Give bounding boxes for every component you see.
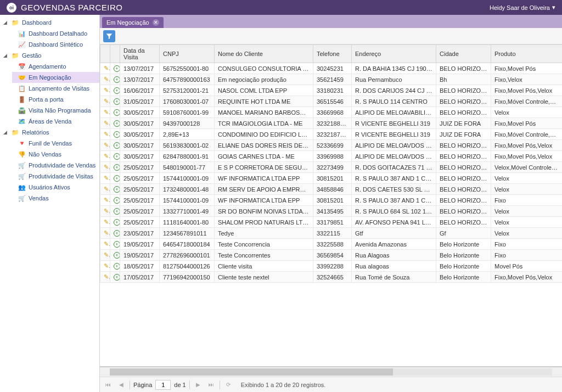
table-row[interactable]: ✎+25/05/201711181640001-80SHALOM PROD NA… [100, 217, 563, 228]
sidebar-item-dashboard[interactable]: ◢ 📁 Dashboard [0, 17, 99, 28]
sidebar-item-dashboard-detalhado[interactable]: 📊 Dashboard Detalhado [12, 28, 99, 39]
edit-icon[interactable]: ✎ [104, 219, 110, 225]
add-icon[interactable]: + [114, 65, 120, 72]
scrollbar-thumb[interactable] [110, 368, 393, 376]
add-icon[interactable]: + [114, 164, 120, 171]
collapse-icon[interactable]: ◢ [3, 20, 9, 25]
next-page-button[interactable]: ▶ [193, 380, 203, 390]
table-row[interactable]: ✎+25/05/201713327710001-49SR DO BONFIM N… [100, 206, 563, 217]
table-row[interactable]: ✎+13/07/201756752550001-80CONSULGEO CONS… [100, 63, 563, 74]
table-row[interactable]: ✎+25/05/201715744100001-09WF INFORMATICA… [100, 173, 563, 184]
col-data-visita[interactable]: Data da Visita [120, 45, 160, 63]
sidebar-item-lancamento[interactable]: 📋 Lançamento de Visitas [12, 83, 99, 94]
add-icon[interactable]: + [114, 186, 120, 193]
edit-icon[interactable]: ✎ [104, 98, 110, 104]
add-icon[interactable]: + [114, 76, 120, 83]
col-nome[interactable]: Nome do Cliente [215, 45, 313, 63]
table-row[interactable]: ✎+30/05/201762847880001-91GOIAS CARNES L… [100, 151, 563, 162]
refresh-button[interactable]: ⟳ [223, 380, 233, 390]
add-icon[interactable]: + [114, 175, 120, 182]
add-icon[interactable]: + [114, 208, 120, 215]
edit-icon[interactable]: ✎ [104, 142, 110, 148]
table-row[interactable]: ✎+18/05/201781275044000126Cliente visita… [100, 261, 563, 272]
sidebar-item-porta[interactable]: 🚪 Porta a porta [12, 94, 99, 105]
table-row[interactable]: ✎+16/06/201752753120001-21NASOL COML LTD… [100, 85, 563, 96]
table-row[interactable]: ✎+19/05/201764654718000184Teste Concorre… [100, 239, 563, 250]
collapse-icon[interactable]: ◢ [3, 53, 9, 58]
edit-icon[interactable]: ✎ [104, 76, 110, 82]
edit-icon[interactable]: ✎ [104, 153, 110, 159]
edit-icon[interactable]: ✎ [104, 65, 110, 71]
table-row[interactable]: ✎+30/05/201759108760001-99MANOEL MARIANO… [100, 107, 563, 118]
sidebar-item-dashboard-sintetico[interactable]: 📈 Dashboard Sintético [12, 39, 99, 50]
edit-icon[interactable]: ✎ [104, 240, 110, 247]
sidebar-item-vendas[interactable]: 🛒 Vendas [12, 193, 99, 204]
table-row[interactable]: ✎+25/05/20175480190001-77E S P CORRETORA… [100, 162, 563, 173]
edit-icon[interactable]: ✎ [104, 120, 110, 126]
horizontal-scrollbar[interactable] [100, 367, 562, 377]
grid-scroll[interactable]: Data da Visita CNPJ Nome do Cliente Tele… [100, 44, 562, 367]
add-icon[interactable]: + [114, 263, 120, 270]
edit-icon[interactable]: ✎ [104, 229, 110, 236]
col-telefone[interactable]: Telefone [313, 45, 352, 63]
sidebar-item-em-negociacao[interactable]: 🤝 Em Negociação [12, 72, 99, 83]
add-icon[interactable]: + [114, 197, 120, 204]
table-row[interactable]: ✎+13/07/201764757890000163Em negociação … [100, 74, 563, 85]
table-row[interactable]: ✎+17/05/201777196942000150Cliente teste … [100, 272, 563, 283]
last-page-button[interactable]: ⏭ [206, 380, 216, 390]
edit-icon[interactable]: ✎ [104, 197, 110, 203]
filter-button[interactable] [103, 30, 115, 42]
edit-icon[interactable]: ✎ [104, 109, 110, 115]
sidebar-item-usuarios[interactable]: 👥 Usuários Ativos [12, 182, 99, 193]
table-row[interactable]: ✎+30/05/201756193830001-02ELIANE DAS DOR… [100, 140, 563, 151]
table-row[interactable]: ✎+31/05/201717608030001-07REQUINTE HOT L… [100, 96, 563, 107]
edit-icon[interactable]: ✎ [104, 251, 110, 258]
edit-icon[interactable]: ✎ [104, 87, 110, 93]
sidebar-item-prod-vendas[interactable]: 🛒 Produtividade de Vendas [12, 160, 99, 171]
add-icon[interactable]: + [114, 153, 120, 160]
add-icon[interactable]: + [114, 230, 120, 237]
table-row[interactable]: ✎+23/05/20171234567891011Tedye3322115Gtf… [100, 228, 563, 239]
add-icon[interactable]: + [114, 109, 120, 116]
col-endereco[interactable]: Endereço [352, 45, 436, 63]
sidebar-item-nao-vendas[interactable]: 👎 Não Vendas [12, 149, 99, 160]
sidebar-item-prod-visitas[interactable]: 🛒 Produtividade de Visitas [12, 171, 99, 182]
add-icon[interactable]: + [114, 274, 120, 281]
close-icon[interactable]: ✕ [153, 19, 159, 26]
prev-page-button[interactable]: ◀ [116, 380, 126, 390]
tab-em-negociacao[interactable]: Em Negociação ✕ [102, 17, 164, 28]
table-row[interactable]: ✎+30/05/201794397000128TCR IMAGIOLOGIA L… [100, 118, 563, 129]
sidebar-item-funil[interactable]: 🔻 Funil de Vendas [12, 138, 99, 149]
first-page-button[interactable]: ⏮ [103, 380, 113, 390]
add-icon[interactable]: + [114, 241, 120, 248]
add-icon[interactable]: + [114, 142, 120, 149]
table-row[interactable]: ✎+25/05/201717324800001-48RM SERV DE APO… [100, 184, 563, 195]
add-icon[interactable]: + [114, 120, 120, 127]
edit-icon[interactable]: ✎ [104, 208, 110, 214]
add-icon[interactable]: + [114, 252, 120, 259]
sidebar-item-areas[interactable]: 🗺️ Áreas de Venda [12, 116, 99, 127]
add-icon[interactable]: + [114, 98, 120, 105]
table-row[interactable]: ✎+25/05/201715744100001-09WF INFORMATICA… [100, 195, 563, 206]
user-menu[interactable]: Heidy Saar de Oliveira ▾ [490, 4, 555, 11]
add-icon[interactable]: + [114, 219, 120, 226]
edit-icon[interactable]: ✎ [104, 273, 110, 280]
sidebar-item-relatorios[interactable]: ◢ 📁 Relatórios [0, 127, 99, 138]
edit-icon[interactable]: ✎ [104, 186, 110, 192]
edit-icon[interactable]: ✎ [104, 164, 110, 170]
col-cnpj[interactable]: CNPJ [160, 45, 215, 63]
add-icon[interactable]: + [114, 131, 120, 138]
sidebar-item-agendamento[interactable]: 📅 Agendamento [12, 61, 99, 72]
sidebar-item-visita-nao[interactable]: 🛣️ Visita Não Programada [12, 105, 99, 116]
col-produto[interactable]: Produto [491, 45, 563, 63]
page-input[interactable] [155, 380, 171, 390]
edit-icon[interactable]: ✎ [104, 131, 110, 137]
collapse-icon[interactable]: ◢ [3, 130, 9, 135]
add-icon[interactable]: + [114, 87, 120, 94]
table-row[interactable]: ✎+19/05/201727782696000101Teste Concorre… [100, 250, 563, 261]
edit-icon[interactable]: ✎ [104, 175, 110, 181]
edit-icon[interactable]: ✎ [104, 262, 110, 269]
sidebar-item-gestao[interactable]: ◢ 📁 Gestão [0, 50, 99, 61]
col-cidade[interactable]: Cidade [436, 45, 491, 63]
table-row[interactable]: ✎+30/05/20172,89E+13CONDOMINIO DO EDIFIC… [100, 129, 563, 140]
